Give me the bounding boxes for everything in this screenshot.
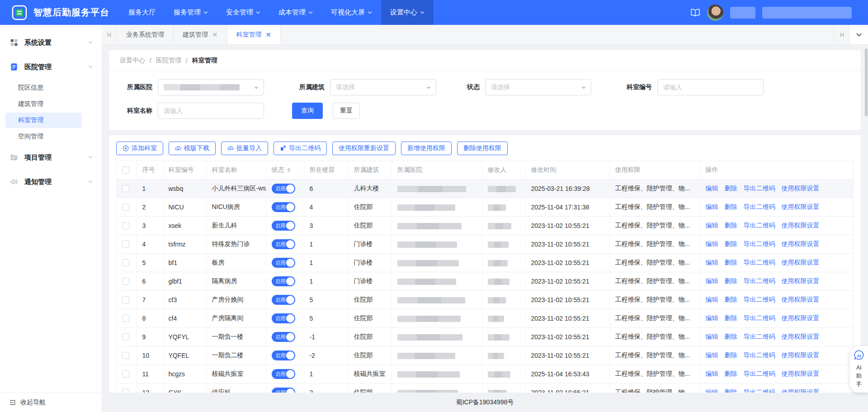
nav-security-management[interactable]: 安全管理 [217, 0, 269, 25]
dept-code-input[interactable] [657, 79, 764, 95]
sidebar-item-space-management[interactable]: 空间管理 [5, 129, 81, 144]
batch-import-button[interactable]: 批量导入 [221, 142, 268, 155]
action-delete-link[interactable]: 删除 [725, 333, 737, 340]
reset-permissions-button[interactable]: 使用权限重新设置 [332, 142, 396, 155]
action-export-qrcode-link[interactable]: 导出二维码 [744, 333, 775, 340]
row-checkbox[interactable] [122, 278, 129, 285]
action-edit-link[interactable]: 编辑 [706, 222, 718, 229]
action-permission-settings-link[interactable]: 使用权限设置 [782, 351, 820, 359]
export-qrcode-button[interactable]: 导出二维码 [274, 142, 327, 155]
row-checkbox[interactable] [122, 315, 129, 322]
docs-book-icon[interactable] [690, 9, 700, 17]
status-toggle[interactable]: 启用 [272, 239, 295, 249]
action-export-qrcode-link[interactable]: 导出二维码 [744, 259, 775, 266]
collapse-nav-button[interactable]: 收起导航 [0, 393, 102, 412]
row-checkbox[interactable] [122, 352, 129, 359]
action-delete-link[interactable]: 删除 [725, 259, 737, 266]
action-delete-link[interactable]: 删除 [725, 185, 737, 192]
action-permission-settings-link[interactable]: 使用权限设置 [782, 203, 820, 210]
nav-visualization-screen[interactable]: 可视化大屏 [322, 0, 381, 25]
row-checkbox[interactable] [122, 222, 129, 229]
action-export-qrcode-link[interactable]: 导出二维码 [744, 314, 775, 322]
status-toggle[interactable]: 启用 [272, 221, 295, 231]
status-toggle[interactable]: 启用 [272, 184, 295, 194]
avatar[interactable] [707, 5, 723, 21]
sidebar-group-hospital-management[interactable]: 医院管理 [0, 55, 102, 79]
action-edit-link[interactable]: 编辑 [706, 370, 718, 377]
action-export-qrcode-link[interactable]: 导出二维码 [744, 370, 775, 377]
action-edit-link[interactable]: 编辑 [706, 259, 718, 266]
close-tab-icon[interactable]: ✕ [212, 31, 218, 38]
action-export-qrcode-link[interactable]: 导出二维码 [744, 296, 775, 303]
action-delete-link[interactable]: 删除 [725, 296, 737, 303]
action-export-qrcode-link[interactable]: 导出二维码 [744, 277, 775, 284]
status-toggle[interactable]: 启用 [272, 350, 295, 360]
action-edit-link[interactable]: 编辑 [706, 296, 718, 303]
action-delete-link[interactable]: 删除 [725, 314, 737, 322]
select-all-checkbox[interactable] [122, 166, 129, 174]
action-permission-settings-link[interactable]: 使用权限设置 [782, 370, 820, 377]
template-download-button[interactable]: 模版下载 [169, 142, 216, 155]
action-edit-link[interactable]: 编辑 [706, 314, 718, 322]
row-checkbox[interactable] [122, 259, 129, 266]
hospital-select[interactable] [158, 79, 264, 95]
status-toggle[interactable]: 启用 [272, 332, 295, 342]
action-edit-link[interactable]: 编辑 [706, 185, 718, 192]
search-button[interactable]: 查询 [292, 103, 323, 119]
action-permission-settings-link[interactable]: 使用权限设置 [782, 259, 820, 266]
row-checkbox[interactable] [122, 296, 129, 303]
action-export-qrcode-link[interactable]: 导出二维码 [744, 240, 775, 247]
sidebar-group-project-management[interactable]: 项目管理 [0, 145, 102, 170]
building-select[interactable]: 请选择 [330, 79, 436, 95]
action-export-qrcode-link[interactable]: 导出二维码 [744, 203, 775, 210]
status-toggle[interactable]: 启用 [272, 369, 295, 379]
delete-permission-button[interactable]: 删除使用权限 [457, 142, 508, 155]
close-tab-icon[interactable]: ✕ [266, 31, 272, 38]
row-checkbox[interactable] [122, 333, 129, 341]
status-toggle[interactable]: 启用 [272, 202, 295, 212]
action-permission-settings-link[interactable]: 使用权限设置 [782, 277, 820, 284]
row-checkbox[interactable] [122, 241, 129, 248]
action-delete-link[interactable]: 删除 [725, 240, 737, 247]
sidebar-group-system-settings[interactable]: 系统设置 [0, 30, 102, 55]
breadcrumb-hospital-management[interactable]: 医院管理 [156, 57, 181, 65]
status-toggle[interactable]: 启用 [272, 295, 295, 305]
sidebar-group-notice-management[interactable]: 通知管理 [0, 170, 102, 194]
add-dept-button[interactable]: 添加科室 [116, 142, 163, 155]
action-export-qrcode-link[interactable]: 导出二维码 [744, 185, 775, 192]
add-permission-button[interactable]: 新增使用权限 [401, 142, 452, 155]
action-delete-link[interactable]: 删除 [725, 203, 737, 210]
action-delete-link[interactable]: 删除 [725, 370, 737, 377]
action-delete-link[interactable]: 删除 [725, 277, 737, 284]
action-delete-link[interactable]: 删除 [725, 222, 737, 229]
nav-cost-management[interactable]: 成本管理 [269, 0, 322, 25]
action-edit-link[interactable]: 编辑 [706, 203, 718, 210]
action-permission-settings-link[interactable]: 使用权限设置 [782, 185, 820, 192]
sort-icon[interactable] [287, 166, 291, 174]
action-edit-link[interactable]: 编辑 [706, 277, 718, 284]
status-toggle[interactable]: 启用 [272, 276, 295, 286]
action-permission-settings-link[interactable]: 使用权限设置 [782, 240, 820, 247]
tabs-menu-chevron-icon[interactable] [849, 25, 868, 44]
action-permission-settings-link[interactable]: 使用权限设置 [782, 314, 820, 322]
col-status[interactable]: 状态 [266, 161, 304, 179]
action-export-qrcode-link[interactable]: 导出二维码 [744, 222, 775, 229]
dept-name-input[interactable] [158, 103, 264, 119]
action-permission-settings-link[interactable]: 使用权限设置 [782, 222, 820, 229]
status-select[interactable]: 请选择 [485, 79, 591, 95]
sidebar-item-campus-info[interactable]: 院区信息 [5, 80, 81, 95]
action-delete-link[interactable]: 删除 [725, 351, 737, 359]
row-checkbox[interactable] [122, 185, 129, 192]
action-edit-link[interactable]: 编辑 [706, 240, 718, 247]
tab-department-management[interactable]: 科室管理✕ [227, 25, 281, 44]
nav-service-hall[interactable]: 服务大厅 [119, 0, 165, 25]
tabs-scroll-last-icon[interactable] [834, 25, 849, 44]
sidebar-item-department-management[interactable]: 科室管理 [5, 113, 81, 128]
row-checkbox[interactable] [122, 370, 129, 378]
action-permission-settings-link[interactable]: 使用权限设置 [782, 333, 820, 340]
tabs-scroll-first-icon[interactable] [102, 25, 117, 44]
sidebar-item-building-management[interactable]: 建筑管理 [5, 96, 81, 112]
ai-assistant-button[interactable]: AI AI助手 [850, 346, 868, 393]
row-checkbox[interactable] [122, 204, 129, 211]
action-edit-link[interactable]: 编辑 [706, 351, 718, 359]
